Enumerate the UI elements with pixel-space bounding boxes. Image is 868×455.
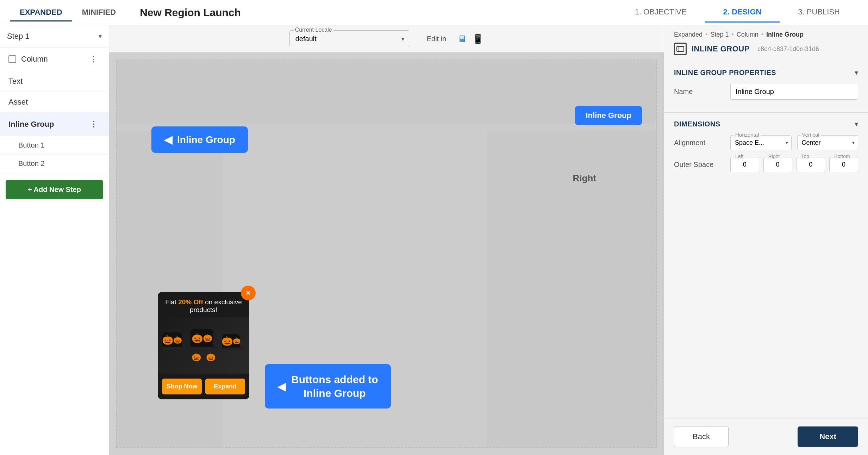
desktop-icon[interactable]: 🖥 <box>457 33 467 44</box>
top-right-inline-group-text: Inline Group <box>586 111 631 120</box>
callout-bottom-text: Buttons added toInline Group <box>291 373 378 400</box>
right-panel: Expanded • Step 1 • Column • Inline Grou… <box>664 25 868 455</box>
component-header: INLINE GROUP c8e4-c837-1d0c-31d6 <box>674 43 858 55</box>
top-space-label: Top <box>800 154 811 159</box>
page-title: New Region Launch <box>140 7 617 19</box>
canvas-area: Current Locale default ▾ Edit in 🖥 📱 ◀ I… <box>109 25 664 455</box>
sidebar-item-button2[interactable]: Button 2 <box>0 155 109 173</box>
popup-header-text: Flat 20% Off on exclusive products! <box>158 292 249 317</box>
column-icon <box>8 55 16 63</box>
expand-button[interactable]: Expand <box>205 379 245 394</box>
dimensions-title: DIMENSIONS <box>674 120 720 128</box>
chevron-down-icon: ▾ <box>99 32 102 40</box>
space-inputs: Left Right Top Bottom <box>730 157 858 172</box>
top-space-input[interactable] <box>797 157 825 172</box>
add-new-step-button[interactable]: + Add New Step <box>6 180 103 199</box>
sidebar-item-inline-group-label: Inline Group <box>8 120 54 129</box>
button1-label: Button 1 <box>18 141 45 149</box>
breadcrumb-sep-3: • <box>761 31 763 38</box>
sidebar-item-column[interactable]: Column ⋮ <box>0 48 109 71</box>
top-right-inline-group-note: Inline Group <box>575 106 642 125</box>
callout-inline-group-top: ◀ Inline Group <box>151 126 248 153</box>
breadcrumb-step: Step 1 <box>710 31 729 38</box>
left-space-wrap: Left <box>730 157 759 172</box>
dimensions-section-header: DIMENSIONS ▾ <box>674 120 858 128</box>
inline-group-icon-svg <box>676 46 684 52</box>
locale-select-wrap: Current Locale default ▾ <box>289 30 409 47</box>
canvas-content: ◀ Inline Group × Flat 20% Off on exclusi… <box>116 60 657 448</box>
top-space-wrap: Top <box>797 157 825 172</box>
alignment-label: Alignment <box>674 139 730 147</box>
vertical-select-wrap: Vertical Center ▾ <box>797 135 858 150</box>
properties-collapse-icon[interactable]: ▾ <box>855 68 858 77</box>
step-label: Step 1 <box>7 32 30 41</box>
component-id: c8e4-c837-1d0c-31d6 <box>757 45 819 53</box>
main-layout: Step 1 ▾ Column ⋮ Text Asset Inline Grou… <box>0 25 868 455</box>
sidebar-item-asset[interactable]: Asset <box>0 92 109 113</box>
pumpkin-decor-1: 🎃 <box>192 353 201 362</box>
right-space-label: Right <box>767 154 781 159</box>
popup-actions: Shop Now Expand <box>158 374 249 399</box>
sidebar-item-inline-group[interactable]: Inline Group ⋮ <box>0 113 109 136</box>
canvas-region-left <box>117 131 223 447</box>
breadcrumb-inline-group: Inline Group <box>766 31 804 38</box>
bottom-space-label: Bottom <box>833 154 851 159</box>
bottom-space-input[interactable] <box>829 157 858 172</box>
right-panel-header: Expanded • Step 1 • Column • Inline Grou… <box>664 25 868 61</box>
sidebar-item-button1[interactable]: Button 1 <box>0 136 109 155</box>
dimensions-section: DIMENSIONS ▾ Alignment Horizontal Space … <box>664 113 868 186</box>
tab-design[interactable]: 2. DESIGN <box>705 2 780 23</box>
properties-section-header: INLINE GROUP PROPERTIES ▾ <box>674 68 858 77</box>
tab-expanded[interactable]: EXPANDED <box>10 4 72 21</box>
breadcrumb-expanded: Expanded <box>674 31 702 38</box>
name-field-row: Name <box>674 84 858 100</box>
breadcrumb: Expanded • Step 1 • Column • Inline Grou… <box>674 31 858 38</box>
horizontal-select-wrap: Horizontal Space E... ▾ <box>730 135 792 150</box>
right-space-wrap: Right <box>763 157 792 172</box>
breadcrumb-column: Column <box>737 31 758 38</box>
vertical-label: Vertical <box>801 132 821 138</box>
callout-buttons-added: ◀ Buttons added toInline Group <box>265 364 391 409</box>
next-button[interactable]: Next <box>798 426 858 447</box>
popup-card: × Flat 20% Off on exclusive products! 🎃 <box>158 292 249 399</box>
shop-now-button[interactable]: Shop Now <box>162 379 202 394</box>
right-label: Right <box>573 173 596 184</box>
right-panel-footer: Back Next <box>664 418 868 455</box>
column-dots-icon[interactable]: ⋮ <box>87 53 100 65</box>
inline-group-dots-icon[interactable]: ⋮ <box>87 118 100 130</box>
left-space-input[interactable] <box>730 157 759 172</box>
sidebar-item-text[interactable]: Text <box>0 71 109 92</box>
component-icon <box>674 43 687 55</box>
alignment-row: Alignment Horizontal Space E... ▾ Vertic… <box>674 135 858 150</box>
canvas-region-right <box>487 131 656 447</box>
mobile-icon[interactable]: 📱 <box>472 33 483 44</box>
dimensions-collapse-icon[interactable]: ▾ <box>855 120 858 128</box>
sidebar-item-column-label: Column <box>21 55 48 64</box>
component-title: INLINE GROUP <box>692 44 750 54</box>
name-input[interactable] <box>730 84 858 100</box>
horizontal-label: Horizontal <box>734 132 761 138</box>
sidebar: Step 1 ▾ Column ⋮ Text Asset Inline Grou… <box>0 25 109 455</box>
callout-bottom-arrow-icon: ◀ <box>277 380 286 393</box>
tab-publish[interactable]: 3. PUBLISH <box>780 2 858 23</box>
properties-section-title: INLINE GROUP PROPERTIES <box>674 69 776 77</box>
top-bar: EXPANDED MINIFIED New Region Launch 1. O… <box>0 0 868 25</box>
edit-in-label: Edit in <box>427 35 447 43</box>
tab-objective[interactable]: 1. OBJECTIVE <box>617 2 705 23</box>
bottom-space-wrap: Bottom <box>829 157 858 172</box>
step-selector[interactable]: Step 1 ▾ <box>0 25 109 48</box>
breadcrumb-sep-2: • <box>731 31 733 38</box>
popup-close-button[interactable]: × <box>241 286 256 300</box>
sidebar-item-asset-label: Asset <box>8 98 28 107</box>
right-space-input[interactable] <box>763 157 792 172</box>
locale-label: Current Locale <box>294 27 333 33</box>
back-button[interactable]: Back <box>674 426 729 447</box>
popup-image: 🎃 🎃 🎃 <box>158 317 249 374</box>
callout-arrow-left-icon: ◀ <box>164 133 172 146</box>
canvas-toolbar: Current Locale default ▾ Edit in 🖥 📱 <box>109 25 664 52</box>
sidebar-item-text-label: Text <box>8 77 23 86</box>
svg-rect-0 <box>677 46 684 51</box>
pumpkin-decor-2: 🎃 <box>206 353 216 362</box>
tab-minified[interactable]: MINIFIED <box>72 4 126 21</box>
popup-highlight-text: 20% Off <box>178 298 203 306</box>
